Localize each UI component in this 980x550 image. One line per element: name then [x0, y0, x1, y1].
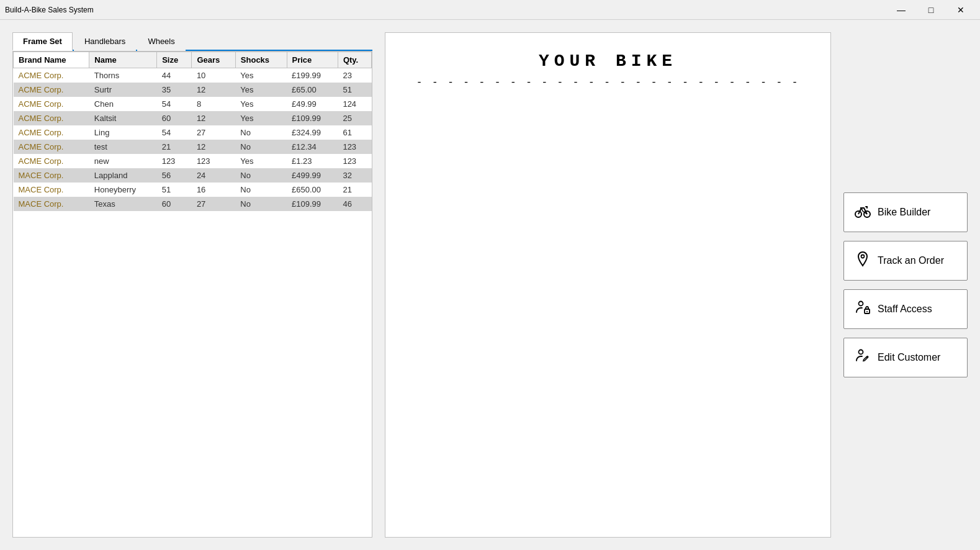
gears-cell: 16 [192, 183, 235, 197]
table-row[interactable]: ACME Corp.Thorns4410Yes£199.9923 [14, 68, 372, 83]
bike-builder-icon [854, 202, 871, 219]
table-row[interactable]: ACME Corp.new123123Yes£1.23123 [14, 154, 372, 168]
table-row[interactable]: ACME Corp.Kaltsit6012Yes£109.9925 [14, 111, 372, 125]
gears-cell: 12 [192, 83, 235, 97]
edit-customer-button[interactable]: Edit Customer [843, 338, 968, 377]
location-icon [854, 250, 871, 271]
tab-handlebars[interactable]: Handlebars [74, 32, 137, 51]
bike-divider: - - - - - - - - - - - - - - - - - - - - … [416, 77, 799, 88]
staff-access-label: Staff Access [878, 304, 932, 315]
bike-title: YOUR BIKE [539, 52, 677, 71]
gears-cell: 27 [192, 197, 235, 211]
bike-builder-button[interactable]: Bike Builder [843, 192, 968, 232]
col-price: Price [287, 52, 338, 68]
bike-display-panel: YOUR BIKE - - - - - - - - - - - - - - - … [385, 32, 831, 538]
table-row[interactable]: ACME Corp.Chen548Yes£49.99124 [14, 97, 372, 111]
edit-customer-label: Edit Customer [878, 352, 940, 363]
col-qty: Qty. [338, 52, 371, 68]
title-bar: Build-A-Bike Sales System — □ ✕ [0, 0, 980, 20]
col-brand: Brand Name [14, 52, 89, 68]
svg-point-6 [859, 350, 863, 354]
svg-point-3 [859, 302, 863, 306]
gears-cell: 123 [192, 154, 235, 168]
main-content: Frame Set Handlebars Wheels Brand Name N… [0, 20, 980, 550]
gears-cell: 8 [192, 97, 235, 111]
gears-cell: 27 [192, 125, 235, 140]
tab-frame-set[interactable]: Frame Set [12, 32, 73, 51]
edit-customer-icon [854, 347, 871, 364]
right-panel: Bike Builder Track an Order [843, 32, 968, 538]
left-panel: Frame Set Handlebars Wheels Brand Name N… [12, 32, 372, 538]
table-row[interactable]: MACE Corp.Texas6027No£109.9946 [14, 197, 372, 211]
tab-wheels[interactable]: Wheels [137, 32, 185, 51]
staff-access-button[interactable]: Staff Access [843, 289, 968, 329]
parts-table: Brand Name Name Size Gears Shocks Price … [13, 52, 372, 211]
staff-edit-icon [854, 347, 871, 368]
maximize-button[interactable]: □ [917, 1, 945, 19]
table-row[interactable]: ACME Corp.test2112No£12.34123 [14, 140, 372, 154]
gears-cell: 12 [192, 140, 235, 154]
table-header-row: Brand Name Name Size Gears Shocks Price … [14, 52, 372, 68]
bike-builder-label: Bike Builder [878, 207, 930, 218]
minimize-button[interactable]: — [887, 1, 915, 19]
parts-table-container: Brand Name Name Size Gears Shocks Price … [12, 51, 372, 538]
table-row[interactable]: ACME Corp.Surtr3512Yes£65.0051 [14, 83, 372, 97]
gears-cell: 24 [192, 168, 235, 183]
svg-point-5 [866, 311, 868, 312]
table-body: ACME Corp.Thorns4410Yes£199.9923ACME Cor… [14, 68, 372, 212]
table-row[interactable]: MACE Corp.Honeyberry5116No£650.0021 [14, 183, 372, 197]
track-order-button[interactable]: Track an Order [843, 241, 968, 281]
window-controls: — □ ✕ [887, 1, 975, 19]
bike-icon [854, 202, 871, 223]
gears-cell: 10 [192, 68, 235, 83]
tab-bar: Frame Set Handlebars Wheels [12, 32, 372, 51]
staff-lock-icon [854, 299, 871, 320]
col-name: Name [89, 52, 157, 68]
window-title: Build-A-Bike Sales System [5, 6, 94, 14]
col-size: Size [157, 52, 192, 68]
col-shocks: Shocks [235, 52, 287, 68]
table-row[interactable]: ACME Corp.Ling5427No£324.9961 [14, 125, 372, 140]
svg-point-2 [861, 255, 865, 258]
gears-cell: 12 [192, 111, 235, 125]
table-row[interactable]: MACE Corp.Lappland5624No£499.9932 [14, 168, 372, 183]
track-order-label: Track an Order [878, 255, 944, 266]
col-gears: Gears [192, 52, 235, 68]
staff-access-icon [854, 299, 871, 316]
track-order-icon [854, 250, 871, 268]
close-button[interactable]: ✕ [946, 1, 975, 19]
